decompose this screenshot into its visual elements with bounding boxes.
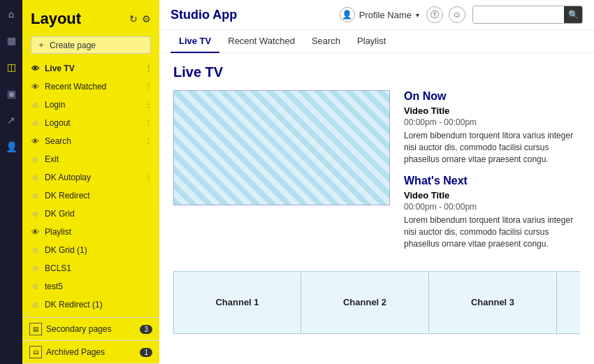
share-icon[interactable]: ↗ [4, 113, 18, 127]
secondary-pages-item[interactable]: ▤ Secondary pages 3 [22, 318, 159, 341]
refresh-icon[interactable]: ↻ [129, 13, 138, 24]
on-now-video-title: Video Title [404, 105, 580, 116]
page-icon: ⊘ [29, 154, 41, 165]
page-item-live-tv[interactable]: 👁Live TV⋮ [22, 59, 159, 78]
archived-pages-icon: 🗂 [29, 346, 42, 358]
page-name: DK Autoplay [45, 173, 145, 182]
page-name: Recent Watched [45, 82, 145, 92]
archived-pages-label: Archived Pages [46, 347, 105, 357]
on-now-time: 00:00pm - 00:00pm [404, 117, 580, 127]
page-action-icon: ⋮ [145, 173, 152, 182]
archived-pages-badge: 1 [140, 348, 152, 357]
page-item-dk-grid-(1)[interactable]: ⊘DK Grid (1) [22, 241, 159, 259]
topbar: Studio App 👤 Profile Name ▾ ⓕ ☺ 🔍 [159, 0, 594, 30]
tab-recent-watched[interactable]: Recent Watched [219, 30, 303, 53]
video-placeholder [173, 90, 390, 205]
page-icon: ⊘ [29, 117, 41, 129]
page-item-recent-watched[interactable]: 👁Recent Watched⋮ [22, 78, 159, 96]
settings-icon[interactable]: ⚙ [142, 13, 151, 24]
on-now-description: Lorem bibendum torquent litora varius in… [404, 130, 580, 165]
profile-name: Profile Name [359, 10, 412, 20]
page-item-test5[interactable]: ⊘test5 [22, 277, 159, 296]
layout-footer: ▤ Secondary pages 3 🗂 Archived Pages 1 [22, 317, 159, 364]
secondary-pages-label: Secondary pages [46, 324, 111, 334]
whats-next-video-title: Video Title [404, 190, 580, 201]
page-icon: 👁 [29, 63, 41, 74]
page-icon: ⊘ [29, 99, 41, 110]
page-icon: ⊘ [29, 208, 41, 219]
page-action-icon: ⋮ [145, 101, 152, 110]
page-action-icon: ⋮ [145, 64, 152, 73]
page-icon: 👁 [29, 81, 41, 92]
page-name: DK Redirect [45, 191, 152, 201]
content-area: Live TV On Now Video Title 00:00pm - 00:… [159, 53, 594, 364]
layout-header-icons: ↻ ⚙ [129, 13, 151, 24]
topbar-left: Studio App [171, 8, 237, 22]
secondary-pages-badge: 3 [140, 325, 152, 334]
page-item-exit[interactable]: ⊘Exit [22, 150, 159, 168]
search-box: 🔍 [472, 6, 583, 24]
page-item-ocean-vistas[interactable]: ⊘Ocean Vistas⋮ [22, 314, 159, 317]
archived-pages-item[interactable]: 🗂 Archived Pages 1 [22, 341, 159, 364]
sidebar-left: ⌂ ▦ ◫ ▣ ↗ 👤 [0, 0, 22, 364]
on-now-heading: On Now [404, 90, 580, 103]
page-item-playlist[interactable]: 👁Playlist [22, 223, 159, 241]
channel-2-card[interactable]: Channel 2 [301, 271, 429, 334]
grid-icon[interactable]: ▦ [4, 34, 18, 48]
channel-row: Channel 1 Channel 2 Channel 3 Chan... [173, 271, 580, 334]
page-icon: ⊘ [29, 172, 41, 183]
page-item-dk-redirect[interactable]: ⊘DK Redirect [22, 187, 159, 205]
page-icon: ⊘ [29, 190, 41, 201]
tab-playlist[interactable]: Playlist [349, 30, 394, 53]
create-page-button[interactable]: ＋ Create page [31, 36, 151, 54]
plus-icon: ＋ [37, 39, 45, 51]
page-item-logout[interactable]: ⊘Logout⋮ [22, 114, 159, 132]
topbar-right: 👤 Profile Name ▾ ⓕ ☺ 🔍 [340, 6, 583, 24]
channel-4-card[interactable]: Chan... [557, 271, 580, 334]
channel-1-card[interactable]: Channel 1 [173, 271, 301, 334]
page-list: 👁Live TV⋮👁Recent Watched⋮⊘Login⋮⊘Logout⋮… [22, 59, 159, 317]
page-name: Live TV [45, 64, 145, 73]
user-icon[interactable]: 👤 [4, 140, 18, 154]
tv-main-section: On Now Video Title 00:00pm - 00:00pm Lor… [173, 90, 580, 260]
whats-next-time: 00:00pm - 00:00pm [404, 202, 580, 212]
layers-icon[interactable]: ◫ [4, 60, 18, 74]
page-item-dk-autoplay[interactable]: ⊘DK Autoplay⋮ [22, 168, 159, 187]
profile-avatar-icon: 👤 [340, 7, 355, 22]
page-item-dk-grid[interactable]: ⊘DK Grid [22, 205, 159, 223]
search-button[interactable]: 🔍 [564, 6, 582, 23]
tab-search[interactable]: Search [303, 30, 349, 53]
page-name: DK Grid [45, 209, 152, 219]
page-icon: ⊘ [29, 263, 41, 274]
page-name: BCLS1 [45, 263, 152, 273]
page-icon: ⊘ [29, 281, 41, 292]
create-page-label: Create page [50, 41, 96, 50]
channel-3-card[interactable]: Channel 3 [429, 271, 557, 334]
home-icon[interactable]: ⌂ [4, 7, 18, 21]
facebook-icon[interactable]: ⓕ [426, 6, 443, 23]
page-name: Logout [45, 118, 145, 128]
layout-header: Layout ↻ ⚙ [22, 0, 159, 34]
profile-button[interactable]: 👤 Profile Name ▾ [340, 7, 419, 22]
page-icon: ⊘ [29, 299, 41, 310]
page-item-bcls1[interactable]: ⊘BCLS1 [22, 259, 159, 277]
page-name: DK Grid (1) [45, 245, 152, 255]
secondary-pages-icon: ▤ [29, 323, 42, 335]
smiley-icon[interactable]: ☺ [449, 6, 465, 23]
tab-live-tv[interactable]: Live TV [171, 30, 219, 53]
page-action-icon: ⋮ [145, 82, 152, 92]
main-area: Studio App 👤 Profile Name ▾ ⓕ ☺ 🔍 Live T… [159, 0, 594, 364]
page-name: test5 [45, 282, 152, 291]
page-item-dk-redirect-(1)[interactable]: ⊘DK Redirect (1) [22, 296, 159, 314]
page-name: Search [45, 136, 145, 146]
whats-next-heading: What's Next [404, 175, 580, 187]
page-item-search[interactable]: 👁Search⋮ [22, 132, 159, 150]
page-action-icon: ⋮ [145, 119, 152, 128]
layout-panel: Layout ↻ ⚙ ＋ Create page 👁Live TV⋮👁Recen… [22, 0, 159, 364]
tv-icon[interactable]: ▣ [4, 87, 18, 101]
page-title: Live TV [173, 64, 580, 80]
search-input[interactable] [473, 6, 564, 23]
navbar: Live TV Recent Watched Search Playlist [159, 30, 594, 53]
page-item-login[interactable]: ⊘Login⋮ [22, 96, 159, 114]
whats-next-description: Lorem bibendum torquent litora varius in… [404, 214, 580, 249]
